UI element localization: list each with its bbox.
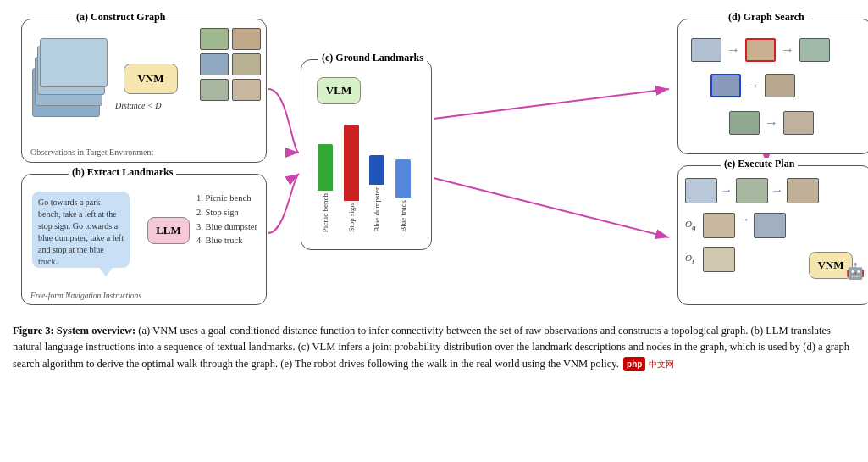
- landmarks-list: 1. Picnic bench 2. Stop sign 3. Blue dum…: [196, 192, 257, 248]
- vnm-box-a: VNM: [124, 64, 178, 94]
- box-construct-graph: (a) Construct Graph VNM Distance < D Obs…: [21, 19, 267, 163]
- bar-label: Stop sign: [347, 203, 356, 232]
- speech-bubble: Go towards a park bench, take a left at …: [32, 192, 130, 268]
- bar-group: Blue dumpster: [366, 155, 390, 232]
- svg-line-9: [434, 178, 669, 237]
- box-ground-landmarks: (c) Ground Landmarks VLM Picnic benchSto…: [301, 59, 432, 250]
- bar-group: Stop sign: [340, 125, 363, 232]
- box-execute-plan: (e) Execute Plan → → Og → Oi VNM: [677, 165, 868, 305]
- graph-row-1: → →: [691, 38, 830, 62]
- landmark-4: 4. Blue truck: [196, 234, 257, 248]
- robot-icon: 🤖: [846, 262, 865, 281]
- system-label: System overview:: [57, 325, 135, 337]
- section-d-label: (d) Graph Search: [725, 11, 808, 24]
- bar-label: Blue truck: [399, 200, 407, 232]
- free-form-label: Free-form Navigation Instructions: [30, 292, 141, 300]
- execute-row-2: Og →: [685, 213, 786, 238]
- section-a-label: (a) Construct Graph: [73, 11, 169, 24]
- graph-row-2: →: [710, 74, 795, 97]
- bar-label: Picnic bench: [321, 193, 329, 232]
- execute-row-3: Oi: [685, 247, 735, 272]
- landmark-3: 3. Blue dumpster: [196, 220, 257, 235]
- section-c-label: (c) Ground Landmarks: [318, 52, 427, 64]
- observation-images: [32, 38, 104, 123]
- graph-nodes-a: [200, 28, 261, 101]
- svg-line-8: [434, 89, 669, 119]
- landmark-1: 1. Picnic bench: [196, 192, 257, 206]
- obs-label: Observations in Target Environment: [30, 148, 153, 157]
- distance-label: Distance < D: [115, 101, 162, 110]
- bar-group: Blue truck: [391, 159, 415, 232]
- section-e-label: (e) Execute Plan: [721, 158, 798, 170]
- graph-row-3: →: [729, 111, 814, 135]
- diagram: (a) Construct Graph VNM Distance < D Obs…: [13, 8, 855, 318]
- bar-chart: Picnic benchStop signBlue dumpsterBlue t…: [313, 131, 415, 232]
- landmark-2: 2. Stop sign: [196, 206, 257, 220]
- figure-label: Figure 3:: [13, 325, 54, 337]
- bar-group: Picnic bench: [313, 144, 337, 232]
- cn-badge: 中文网: [649, 358, 674, 371]
- graph-search-content: → → → →: [687, 30, 863, 145]
- llm-box: LLM: [147, 217, 190, 244]
- bar-label: Blue dumpster: [373, 187, 381, 232]
- box-graph-search: (d) Graph Search → → → →: [677, 19, 868, 154]
- section-b-label: (b) Extract Landmarks: [69, 166, 176, 179]
- figure-caption: Figure 3: System overview: (a) VNM uses …: [13, 323, 855, 372]
- vlm-box: VLM: [317, 77, 361, 104]
- caption-text: (a) VNM uses a goal-conditioned distance…: [13, 325, 849, 370]
- execute-sequence-top: → →: [685, 178, 819, 203]
- php-badge: php: [623, 357, 645, 372]
- box-extract-landmarks: (b) Extract Landmarks Go towards a park …: [21, 174, 267, 305]
